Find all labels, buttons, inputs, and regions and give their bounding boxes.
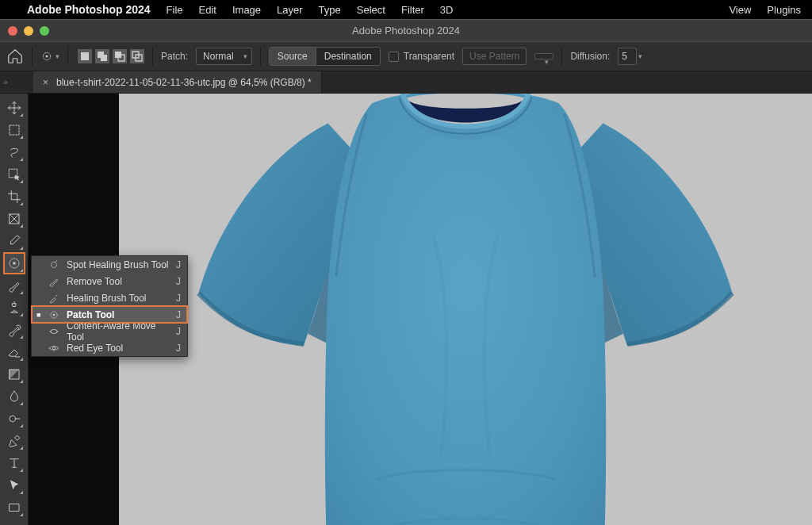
flyout-item-label: Content-Aware Move Tool	[67, 320, 170, 343]
svg-point-20	[52, 347, 56, 350]
tools-panel	[0, 94, 29, 525]
source-destination-segment: Source Destination	[269, 47, 381, 66]
content-aware-move-icon	[48, 325, 60, 338]
svg-point-15	[10, 416, 16, 422]
svg-rect-2	[81, 52, 89, 60]
window-minimize-button[interactable]	[24, 26, 33, 36]
flyout-item-label: Healing Brush Tool	[67, 293, 170, 304]
flyout-item-shortcut: J	[176, 343, 181, 354]
selection-subtract-icon[interactable]	[113, 49, 127, 63]
pen-tool[interactable]	[5, 431, 24, 450]
svg-rect-19	[53, 313, 55, 315]
selection-intersect-icon[interactable]	[130, 49, 144, 63]
gradient-tool[interactable]	[5, 365, 24, 384]
window-title: Adobe Photoshop 2024	[352, 25, 460, 36]
rectangle-tool[interactable]	[5, 498, 24, 517]
type-tool[interactable]	[5, 454, 24, 473]
remove-icon	[48, 275, 60, 288]
patch-icon	[48, 308, 60, 321]
flyout-item-label: Spot Healing Brush Tool	[67, 259, 170, 270]
path-selection-tool[interactable]	[5, 476, 24, 495]
menu-filter[interactable]: Filter	[401, 4, 424, 16]
window-zoom-button[interactable]	[40, 26, 49, 36]
flyout-item-label: Remove Tool	[67, 276, 170, 287]
window-titlebar: Adobe Photoshop 2024	[0, 19, 812, 41]
svg-point-17	[52, 262, 57, 267]
checkbox-icon	[389, 52, 399, 62]
flyout-healing-brush[interactable]: Healing Brush Tool J	[32, 289, 187, 306]
svg-rect-1	[46, 56, 48, 58]
menu-select[interactable]: Select	[357, 4, 385, 16]
eraser-tool[interactable]	[5, 343, 24, 362]
patch-label: Patch:	[161, 51, 188, 62]
document-tab[interactable]: × blue-t-shirt-2022-11-05-02-11-36-utc.j…	[33, 71, 322, 93]
macos-menubar: Adobe Photoshop 2024 File Edit Image Lay…	[0, 0, 812, 19]
eyedropper-tool[interactable]	[5, 232, 24, 251]
rectangular-marquee-tool[interactable]	[5, 121, 24, 140]
selection-new-icon[interactable]	[78, 49, 92, 63]
svg-rect-9	[10, 125, 19, 135]
svg-rect-16	[10, 504, 19, 512]
object-selection-tool[interactable]	[5, 165, 24, 184]
options-bar: ▾ Patch: Normal ▾ Source Destination Tra…	[0, 41, 812, 71]
svg-rect-4	[101, 55, 107, 61]
divider	[260, 47, 261, 66]
divider	[561, 47, 562, 66]
frame-tool[interactable]	[5, 209, 24, 228]
diffusion-stepper[interactable]: 5 ▾	[618, 48, 642, 65]
patch-mode-select[interactable]: Normal ▾	[196, 48, 252, 65]
home-button[interactable]	[6, 48, 24, 65]
divider	[67, 47, 68, 66]
diffusion-label: Diffusion:	[570, 51, 610, 62]
flyout-item-shortcut: J	[176, 276, 181, 287]
menu-type[interactable]: Type	[319, 4, 341, 16]
menu-file[interactable]: File	[167, 4, 183, 16]
use-pattern-button: Use Pattern	[462, 48, 527, 65]
app-name[interactable]: Adobe Photoshop 2024	[27, 3, 151, 16]
tool-preset-picker[interactable]: ▾	[40, 50, 59, 63]
chevron-down-icon: ▾	[243, 52, 247, 60]
clone-stamp-tool[interactable]	[5, 298, 24, 317]
document-canvas[interactable]	[119, 94, 812, 525]
flyout-item-shortcut: J	[176, 326, 181, 337]
move-tool[interactable]	[5, 98, 24, 117]
divider	[152, 47, 153, 66]
flyout-remove[interactable]: Remove Tool J	[32, 273, 187, 289]
flyout-item-shortcut: J	[176, 309, 181, 320]
menu-layer[interactable]: Layer	[277, 4, 303, 16]
brush-tool[interactable]	[5, 276, 24, 295]
selection-mode-buttons	[78, 49, 144, 63]
patch-tool[interactable]	[5, 254, 24, 273]
spot-healing-icon	[48, 259, 60, 271]
chevron-down-icon: ▾	[56, 52, 59, 60]
window-close-button[interactable]	[8, 26, 17, 36]
selection-add-icon[interactable]	[95, 49, 109, 63]
history-brush-tool[interactable]	[5, 320, 24, 339]
transparent-label: Transparent	[404, 51, 454, 62]
tabstrip-grip-icon[interactable]: »	[3, 78, 10, 86]
pattern-picker: ▾	[534, 53, 553, 59]
red-eye-icon	[48, 342, 60, 354]
destination-button[interactable]: Destination	[316, 48, 380, 65]
close-tab-icon[interactable]: ×	[43, 77, 48, 88]
flyout-content-aware-move[interactable]: Content-Aware Move Tool J	[32, 323, 187, 339]
document-tab-label: blue-t-shirt-2022-11-05-02-11-36-utc.jpg…	[56, 77, 312, 88]
lasso-tool[interactable]	[5, 143, 24, 162]
dodge-tool[interactable]	[5, 409, 24, 428]
flyout-item-shortcut: J	[176, 293, 181, 304]
blur-tool[interactable]	[5, 387, 24, 406]
flyout-spot-healing[interactable]: Spot Healing Brush Tool J	[32, 256, 187, 273]
healing-brush-icon	[48, 292, 60, 305]
flyout-red-eye[interactable]: Red Eye Tool J	[32, 339, 187, 356]
diffusion-value[interactable]: 5	[618, 48, 637, 65]
menu-3d[interactable]: 3D	[440, 4, 454, 16]
chevron-down-icon: ▾	[638, 52, 642, 60]
menu-image[interactable]: Image	[232, 4, 261, 16]
chevron-down-icon: ▾	[545, 58, 549, 66]
source-button[interactable]: Source	[270, 48, 316, 65]
menu-edit[interactable]: Edit	[199, 4, 216, 16]
menu-view[interactable]: View	[729, 4, 751, 16]
menu-plugins[interactable]: Plugins	[767, 4, 801, 16]
transparent-checkbox[interactable]: Transparent	[389, 51, 454, 62]
crop-tool[interactable]	[5, 187, 24, 206]
